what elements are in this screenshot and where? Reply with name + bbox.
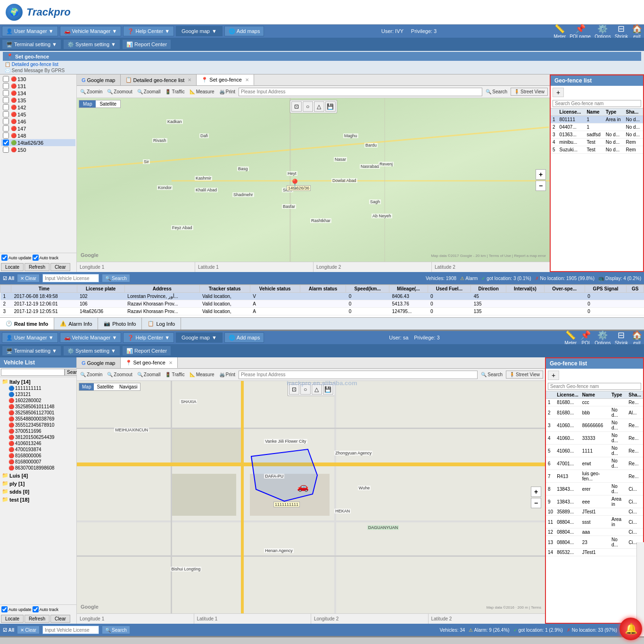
th-mileage[interactable]: Mileage(... bbox=[389, 285, 428, 293]
th-alarm[interactable]: Alarm status bbox=[300, 285, 346, 293]
vtree-123121[interactable]: 🔵 123121 bbox=[1, 391, 75, 397]
clear-btn-top[interactable]: Clear bbox=[50, 263, 70, 271]
address-input[interactable] bbox=[239, 88, 482, 96]
locate-btn[interactable]: Locate bbox=[1, 263, 24, 271]
add-maps-btn[interactable]: 🌐 Add maps bbox=[224, 26, 264, 36]
traffic-btn[interactable]: 🚦 Traffic bbox=[164, 89, 186, 95]
b-geofence-search-input[interactable] bbox=[548, 383, 641, 390]
col-type[interactable]: Type bbox=[604, 108, 624, 116]
b-refresh-btn[interactable]: Refresh bbox=[25, 615, 50, 623]
b-zoomall-btn[interactable]: 🔍 Zoomall bbox=[136, 372, 162, 378]
b-col-sha[interactable]: Sha... bbox=[627, 391, 643, 399]
th-tracker[interactable]: Tracker status bbox=[199, 285, 250, 293]
b-geofence-row-7[interactable]: 7R413luis geo-fen...Re... bbox=[546, 470, 643, 483]
b-satellite-view-btn[interactable]: Satellite bbox=[94, 383, 116, 390]
b-geofence-row-11[interactable]: 1108804...ssstArea inCi... bbox=[546, 516, 643, 528]
th-vehicle[interactable]: Vehicle status bbox=[250, 285, 300, 293]
vtree-4700193874[interactable]: 🔴 4700193874 bbox=[1, 446, 75, 453]
b-zoomout-btn[interactable]: 🔍 Zoomout bbox=[106, 372, 133, 378]
b-vehicle-search-btn[interactable]: 🔍 Search bbox=[102, 626, 130, 634]
map-select[interactable]: Google map ▼ bbox=[176, 26, 223, 36]
th-dir[interactable]: Direction bbox=[471, 285, 506, 293]
tree-check-150[interactable] bbox=[3, 147, 9, 153]
b-longitude2-field[interactable]: Longitude 2 bbox=[311, 614, 429, 624]
draw-polygon-btn[interactable]: △ bbox=[314, 101, 324, 112]
b-geofence-row-5[interactable]: 541060...1111No d...Re... bbox=[546, 445, 643, 457]
system-setting-btn[interactable]: ⚙️ System setting ▼ bbox=[63, 39, 120, 50]
zoomout-btn[interactable]: 🔍 Zoomout bbox=[106, 89, 133, 95]
b-street-view-btn[interactable]: 🧍 Street View bbox=[506, 371, 543, 379]
auto-update-checkbox[interactable] bbox=[1, 255, 8, 261]
b-draw-save-btn[interactable]: 💾 bbox=[323, 384, 333, 395]
vtree-863070018998608[interactable]: 🔴 863070018998608 bbox=[1, 465, 75, 471]
latitude2-field[interactable]: Latitude 2 bbox=[432, 262, 550, 272]
b-navigasi-view-btn[interactable]: Navigasi bbox=[116, 383, 140, 390]
vehicle-search-btn[interactable]: 🔍 Search bbox=[102, 274, 130, 282]
zoom-in-btn[interactable]: + bbox=[536, 169, 546, 180]
map-tab-detailed[interactable]: 📋 Detailed geo-fence list ✕ bbox=[121, 74, 197, 85]
b-geofence-row-12[interactable]: 1208804...aaaCi... bbox=[546, 528, 643, 536]
meter-btn[interactable]: 📏 Meter bbox=[554, 24, 566, 39]
tree-check-147[interactable] bbox=[3, 125, 9, 132]
b-vehicle-license-input[interactable] bbox=[42, 626, 99, 634]
th-address[interactable]: Address bbox=[124, 285, 199, 293]
th-time[interactable]: Time bbox=[11, 285, 77, 293]
tree-item-134[interactable]: 🔴 134 bbox=[1, 90, 75, 97]
b-poi-btn[interactable]: 📌 POI bbox=[580, 330, 591, 346]
options-btn[interactable]: ⚙️ Options bbox=[594, 24, 611, 39]
b-user-manager-btn[interactable]: 👤 User Manager ▼ bbox=[2, 332, 58, 343]
photo-info-tab[interactable]: 📷 Photo Info bbox=[98, 318, 142, 330]
b-locate-btn[interactable]: Locate bbox=[1, 615, 24, 623]
b-latitude2-field[interactable]: Latitude 2 bbox=[429, 614, 545, 624]
b-geofence-row-13[interactable]: 1308804...23No d...Ci... bbox=[546, 536, 643, 549]
vehicle-row-3[interactable]: 32017-12-19 12:05:5114ta626/36Razavi Kho… bbox=[0, 308, 644, 315]
b-geofence-row-4[interactable]: 441060...33333No d...Re... bbox=[546, 432, 643, 445]
geofence-row-3[interactable]: 301363...sadfsdNo d...No d... bbox=[551, 131, 643, 139]
report-center-btn[interactable]: 📊 Report Center bbox=[122, 39, 171, 50]
close-setgeo-tab[interactable]: ✕ bbox=[245, 77, 249, 83]
b-terminal-btn[interactable]: 🖥️ Terminal setting ▼ bbox=[2, 346, 61, 356]
b-measure-btn[interactable]: 📐 Measure bbox=[188, 372, 216, 378]
tree-item-131[interactable]: 🔴 131 bbox=[1, 83, 75, 90]
b-print-btn[interactable]: 🖨️ Print bbox=[218, 372, 237, 378]
longitude2-field[interactable]: Longitude 2 bbox=[314, 262, 432, 272]
vtree-1111111111[interactable]: 🔵 1111111111 bbox=[1, 385, 75, 391]
realtime-info-tab[interactable]: 🕐 Real time Info bbox=[0, 318, 54, 330]
longitude1-field[interactable]: Longitude 1 bbox=[77, 262, 195, 272]
map-tab-setgeo[interactable]: 📍 Set geo-fence ✕ bbox=[197, 74, 254, 85]
alarm-beacon[interactable]: 🔔 bbox=[619, 618, 642, 624]
tree-check-130[interactable] bbox=[3, 76, 9, 82]
b-col-license[interactable]: License... bbox=[555, 391, 580, 399]
b-geofence-row-3[interactable]: 341060...86666666No d...Re... bbox=[546, 419, 643, 432]
send-gprs-link[interactable]: ✉️ Send Message By GPRS bbox=[5, 68, 65, 73]
b-zoomin-btn[interactable]: 🔍 Zoomin bbox=[79, 372, 104, 378]
b-draw-rect-btn[interactable]: ⊡ bbox=[289, 384, 299, 395]
tree-check-148[interactable] bbox=[3, 132, 9, 139]
zoomall-btn[interactable]: 🔍 Zoomall bbox=[136, 89, 162, 95]
b-col-type[interactable]: Type bbox=[610, 391, 627, 399]
tree-check-14ta62636[interactable] bbox=[3, 140, 9, 146]
latitude1-field[interactable]: Latitude 1 bbox=[195, 262, 314, 272]
zoom-out-btn[interactable]: − bbox=[536, 181, 546, 191]
help-center-btn[interactable]: ❓ Help Center ▼ bbox=[123, 26, 174, 36]
vtree-3700511696[interactable]: 🔴 3700511696 bbox=[1, 428, 75, 434]
b-map-tab-setgeo[interactable]: 📍 Set geo-fence ✕ bbox=[121, 357, 178, 368]
b-geofence-row-1[interactable]: 181680...cccRe... bbox=[546, 399, 643, 406]
set-geofence-btn[interactable]: 📍 Set geo-fence bbox=[3, 52, 641, 61]
b-zoom-in-btn[interactable]: + bbox=[531, 487, 541, 497]
draw-rect-btn[interactable]: ⊡ bbox=[291, 101, 302, 112]
close-detailed-tab[interactable]: ✕ bbox=[188, 77, 191, 83]
b-system-btn[interactable]: ⚙️ System setting ▼ bbox=[63, 346, 120, 356]
b-map-select[interactable]: Google map ▼ bbox=[176, 332, 223, 343]
tree-check-135[interactable] bbox=[3, 97, 9, 103]
vehicle-filter-input[interactable] bbox=[1, 369, 65, 376]
user-manager-btn[interactable]: 👤 User Manager ▼ bbox=[2, 26, 58, 36]
b-shrink-btn[interactable]: ⊟ Shrink bbox=[615, 330, 628, 346]
b-geofence-row-8[interactable]: 813843...ererNo d...Ci... bbox=[546, 483, 643, 495]
refresh-btn[interactable]: Refresh bbox=[25, 263, 50, 271]
detailed-geofence-link[interactable]: 📋 Detailed geo-fence list bbox=[5, 62, 58, 67]
tree-check-146[interactable] bbox=[3, 118, 9, 124]
group-sdds-label[interactable]: 📁 sdds [0] bbox=[1, 488, 75, 495]
b-geofence-row-9[interactable]: 913843...eeeArea inCi... bbox=[546, 495, 643, 508]
search-btn[interactable]: 🔍 Search bbox=[484, 89, 509, 95]
